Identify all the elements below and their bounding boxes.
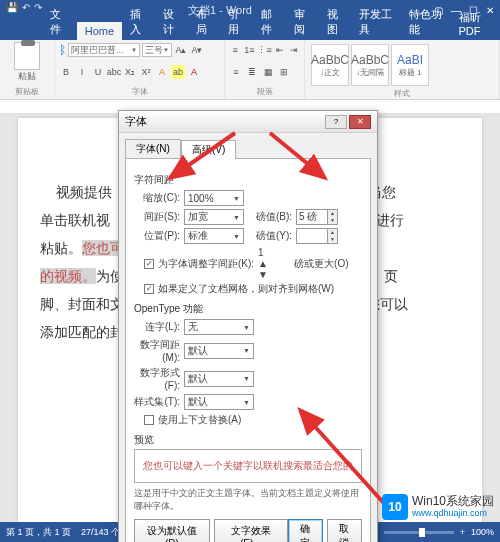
group-font: ᛒ 阿里巴巴普...▼ 三号▼ A▴ A▾ B I U abc X₂ X² A … — [55, 40, 225, 99]
position-label: 位置(P): — [134, 229, 180, 243]
status-page[interactable]: 第 1 页，共 1 页 — [6, 526, 71, 539]
numspacing-select[interactable]: 默认▼ — [184, 343, 254, 359]
redo-icon[interactable]: ↷ — [34, 2, 42, 13]
align-left-icon[interactable]: ≡ — [229, 65, 243, 79]
paste-button[interactable]: 粘贴 — [4, 42, 50, 83]
spacing-select[interactable]: 加宽▼ — [184, 209, 244, 225]
spacing-pts-spinner[interactable]: 5 磅▲▼ — [296, 209, 338, 225]
styleset-select[interactable]: 默认▼ — [184, 394, 254, 410]
style-normal[interactable]: AaBbC↓正文 — [311, 44, 349, 86]
shading-icon[interactable]: ▦ — [261, 65, 275, 79]
scale-select[interactable]: 100%▼ — [184, 190, 244, 206]
indent-inc-icon[interactable]: ⇥ — [288, 43, 300, 57]
tab-view[interactable]: 视图 — [319, 4, 352, 40]
spacing-pts-label: 磅值(B): — [248, 210, 292, 224]
kerning-value-spinner[interactable]: 1▲▼ — [258, 247, 290, 280]
bullets-icon[interactable]: ≡ — [229, 43, 241, 57]
tab-review[interactable]: 审阅 — [286, 4, 319, 40]
watermark-url: www.qdhuajin.com — [412, 509, 494, 519]
highlight-button[interactable]: ab — [171, 65, 185, 79]
tab-dev[interactable]: 开发工具 — [351, 4, 401, 40]
numbering-icon[interactable]: 1≡ — [243, 43, 255, 57]
kerning-checkbox[interactable]: ✓ — [144, 259, 154, 269]
increase-font-icon[interactable]: A▴ — [174, 43, 188, 57]
ribbon: 粘贴 剪贴板 ᛒ 阿里巴巴普...▼ 三号▼ A▴ A▾ B I U abc X… — [0, 40, 500, 100]
font-size-select[interactable]: 三号▼ — [142, 43, 172, 57]
dialog-close-button[interactable]: ✕ — [349, 115, 371, 129]
multilevel-icon[interactable]: ⋮≡ — [258, 43, 272, 57]
kerning-label: 为字体调整字间距(K): — [158, 257, 254, 271]
text-effects-button[interactable]: 文字效果(E)... — [214, 519, 288, 542]
tab-mail[interactable]: 邮件 — [253, 4, 286, 40]
dialog-help-button[interactable]: ? — [325, 115, 347, 129]
superscript-button[interactable]: X² — [139, 65, 153, 79]
quick-access-toolbar: 💾 ↶ ↷ — [6, 2, 42, 13]
preview-box: 您也可以键入一个关键字以联机搜索最适合您的 — [134, 449, 362, 483]
borders-icon[interactable]: ⊞ — [277, 65, 291, 79]
ok-button[interactable]: 确定 — [288, 519, 323, 542]
tab-insert[interactable]: 插入 — [122, 4, 155, 40]
zoom-slider[interactable] — [384, 531, 454, 534]
style-nospacing[interactable]: AaBbC↓无间隔 — [351, 44, 389, 86]
undo-icon[interactable]: ↶ — [22, 2, 30, 13]
underline-button[interactable]: U — [91, 65, 105, 79]
indent-dec-icon[interactable]: ⇤ — [274, 43, 286, 57]
watermark-logo-icon: 10 — [382, 494, 408, 520]
group-clipboard: 粘贴 剪贴板 — [0, 40, 55, 99]
spacing-label: 间距(S): — [134, 210, 180, 224]
zoom-level[interactable]: 100% — [471, 527, 494, 537]
ligature-label: 连字(L): — [134, 320, 180, 334]
dialog-title: 字体 — [125, 114, 323, 129]
tab-special[interactable]: 特色功能 — [401, 4, 451, 40]
position-pts-spinner[interactable]: ▲▼ — [296, 228, 338, 244]
font-group-label: 字体 — [59, 86, 220, 97]
clipboard-group-label: 剪贴板 — [4, 86, 50, 97]
font-name-select[interactable]: 阿里巴巴普...▼ — [68, 43, 140, 57]
cancel-button[interactable]: 取消 — [327, 519, 362, 542]
bold-button[interactable]: B — [59, 65, 73, 79]
watermark-brand: Win10系统家园 — [412, 495, 494, 508]
tab-home[interactable]: Home — [77, 22, 122, 40]
position-select[interactable]: 标准▼ — [184, 228, 244, 244]
tab-file[interactable]: 文件 — [40, 4, 77, 40]
numform-select[interactable]: 默认▼ — [184, 371, 254, 387]
decrease-font-icon[interactable]: A▾ — [190, 43, 204, 57]
tab-design[interactable]: 设计 — [155, 4, 188, 40]
tab-layout[interactable]: 布局 — [188, 4, 221, 40]
preview-hint: 这是用于中文的正文主题字体。当前文档主题定义将使用哪种字体。 — [134, 487, 362, 513]
group-paragraph: ≡ 1≡ ⋮≡ ⇤ ⇥ ≡ ≣ ▦ ⊞ 段落 — [225, 40, 305, 99]
tab-pdf[interactable]: 福昕PDF — [451, 7, 501, 40]
align-center-icon[interactable]: ≣ — [245, 65, 259, 79]
save-icon[interactable]: 💾 — [6, 2, 18, 13]
section-char-spacing: 字符间距 — [134, 173, 362, 187]
bluetooth-icon[interactable]: ᛒ — [59, 43, 66, 57]
section-opentype: OpenType 功能 — [134, 302, 362, 316]
scale-label: 缩放(C): — [134, 191, 180, 205]
dialog-tab-font[interactable]: 字体(N) — [125, 139, 181, 158]
ribbon-tabs: 文件 Home 插入 设计 布局 引用 邮件 审阅 视图 开发工具 特色功能 福… — [0, 20, 500, 40]
tab-references[interactable]: 引用 — [220, 4, 253, 40]
dialog-tab-advanced[interactable]: 高级(V) — [181, 140, 236, 159]
paste-label: 粘贴 — [18, 70, 36, 83]
zoom-in-icon[interactable]: + — [460, 527, 465, 537]
styles-group-label: 样式 — [309, 88, 495, 99]
text-effect-button[interactable]: A — [155, 65, 169, 79]
set-default-button[interactable]: 设为默认值(D) — [134, 519, 210, 542]
contextual-checkbox[interactable] — [144, 415, 154, 425]
subscript-button[interactable]: X₂ — [123, 65, 137, 79]
dialog-tabs: 字体(N) 高级(V) — [119, 133, 377, 158]
preview-head: 预览 — [134, 433, 362, 447]
paragraph-group-label: 段落 — [229, 86, 300, 97]
strike-button[interactable]: abc — [107, 65, 121, 79]
numform-label: 数字形式(F): — [134, 366, 180, 391]
font-dialog: 字体 ? ✕ 字体(N) 高级(V) 字符间距 缩放(C): 100%▼ 间距(… — [118, 110, 378, 542]
watermark: 10 Win10系统家园 www.qdhuajin.com — [382, 494, 494, 520]
style-heading1[interactable]: AaBI标题 1 — [391, 44, 429, 86]
styleset-label: 样式集(T): — [134, 395, 180, 409]
contextual-label: 使用上下文替换(A) — [158, 413, 241, 427]
font-color-button[interactable]: A — [187, 65, 201, 79]
italic-button[interactable]: I — [75, 65, 89, 79]
dialog-titlebar[interactable]: 字体 ? ✕ — [119, 111, 377, 133]
ligature-select[interactable]: 无▼ — [184, 319, 254, 335]
grid-checkbox[interactable]: ✓ — [144, 284, 154, 294]
